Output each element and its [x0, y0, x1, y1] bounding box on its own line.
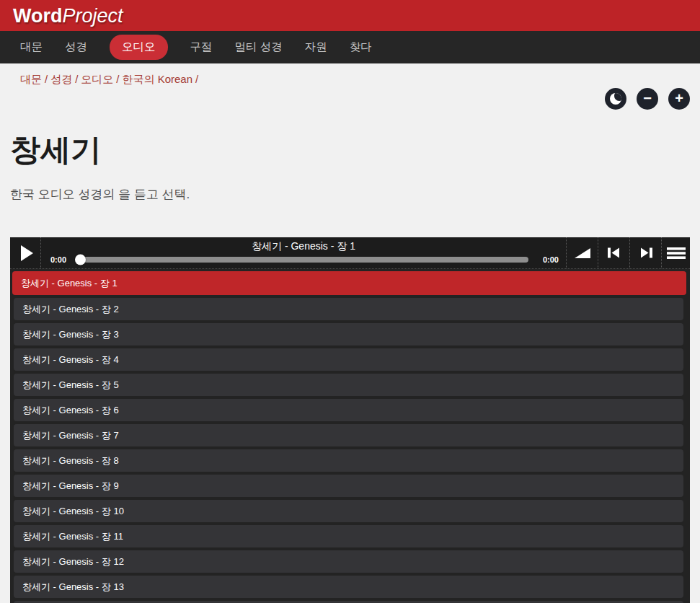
font-decrease-button[interactable]: −	[637, 88, 658, 110]
playlist-item-chapter-5[interactable]: 창세기 - Genesis - 장 5	[14, 374, 683, 396]
page-controls: − +	[0, 88, 690, 110]
breadcrumb-korean[interactable]: 한국의 Korean	[123, 73, 193, 85]
nav-item-search[interactable]: 찾다	[350, 40, 372, 55]
breadcrumb-bible[interactable]: 성경	[50, 73, 72, 85]
site-logo[interactable]: WordProject	[13, 5, 123, 27]
playlist-item-chapter-3[interactable]: 창세기 - Genesis - 장 3	[14, 323, 683, 345]
breadcrumb-home[interactable]: 대문	[20, 73, 42, 85]
page-title: 창세기	[10, 130, 700, 170]
playlist-item-chapter-9[interactable]: 창세기 - Genesis - 장 9	[14, 475, 683, 497]
nav-item-home[interactable]: 대문	[20, 40, 43, 55]
site-header: WordProject	[0, 0, 700, 31]
breadcrumb-audio[interactable]: 오디오	[81, 73, 113, 85]
player-track-title: 창세기 - Genesis - 장 1	[41, 241, 566, 252]
playlist: 창세기 - Genesis - 장 1 창세기 - Genesis - 장 2 …	[10, 269, 690, 603]
nav-item-audio[interactable]: 오디오	[110, 35, 168, 60]
breadcrumb-separator: /	[192, 73, 201, 85]
breadcrumb-separator: /	[42, 73, 50, 85]
playlist-item-chapter-7[interactable]: 창세기 - Genesis - 장 7	[14, 424, 683, 446]
playlist-item-chapter-13[interactable]: 창세기 - Genesis - 장 13	[14, 576, 683, 598]
player-controls-bar: 창세기 - Genesis - 장 1 0:00 0:00	[10, 237, 690, 269]
volume-icon	[574, 247, 591, 259]
audio-player: 창세기 - Genesis - 장 1 0:00 0:00 창세기 - Gene…	[10, 237, 690, 603]
next-track-icon	[639, 247, 653, 258]
logo-project: Project	[63, 5, 123, 27]
play-button[interactable]	[10, 237, 41, 268]
dark-mode-button[interactable]	[605, 88, 626, 110]
seek-row: 0:00 0:00	[41, 255, 566, 264]
playlist-item-chapter-12[interactable]: 창세기 - Genesis - 장 12	[14, 550, 683, 573]
play-icon	[21, 245, 33, 261]
playlist-toggle-button[interactable]	[661, 237, 690, 268]
breadcrumb-separator: /	[113, 73, 122, 85]
playlist-item-chapter-8[interactable]: 창세기 - Genesis - 장 8	[14, 449, 683, 472]
nav-item-bible[interactable]: 성경	[65, 40, 87, 55]
nav-item-verses[interactable]: 구절	[190, 40, 213, 55]
page-subtitle: 한국 오디오 성경의 을 듣고 선택.	[10, 186, 700, 203]
player-middle: 창세기 - Genesis - 장 1 0:00 0:00	[41, 237, 566, 268]
breadcrumb: 대문/성경/오디오/한국의 Korean/	[0, 63, 700, 87]
seek-slider[interactable]	[76, 257, 528, 263]
previous-track-button[interactable]	[598, 237, 629, 268]
next-track-button[interactable]	[629, 237, 661, 268]
volume-button[interactable]	[566, 237, 598, 268]
playlist-item-chapter-4[interactable]: 창세기 - Genesis - 장 4	[14, 348, 683, 371]
breadcrumb-separator: /	[72, 73, 81, 85]
plus-icon: +	[675, 91, 683, 105]
duration-time: 0:00	[534, 255, 559, 264]
font-increase-button[interactable]: +	[668, 88, 690, 110]
minus-icon: −	[643, 91, 652, 105]
logo-word: Word	[13, 5, 63, 27]
playlist-item-chapter-1[interactable]: 창세기 - Genesis - 장 1	[12, 271, 686, 295]
playlist-item-chapter-2[interactable]: 창세기 - Genesis - 장 2	[14, 298, 683, 320]
playlist-item-chapter-11[interactable]: 창세기 - Genesis - 장 11	[14, 525, 683, 547]
moon-icon	[610, 93, 621, 105]
previous-track-icon	[607, 247, 621, 258]
main-nav: 대문 성경 오디오 구절 멀티 성경 자원 찾다	[0, 31, 700, 63]
current-time: 0:00	[50, 255, 72, 264]
nav-item-multi-bible[interactable]: 멀티 성경	[235, 40, 283, 55]
playlist-item-chapter-10[interactable]: 창세기 - Genesis - 장 10	[14, 500, 683, 522]
playlist-menu-icon	[667, 247, 686, 259]
seek-handle[interactable]	[75, 254, 86, 265]
playlist-item-chapter-6[interactable]: 창세기 - Genesis - 장 6	[14, 399, 683, 421]
nav-item-resources[interactable]: 자원	[305, 40, 327, 55]
